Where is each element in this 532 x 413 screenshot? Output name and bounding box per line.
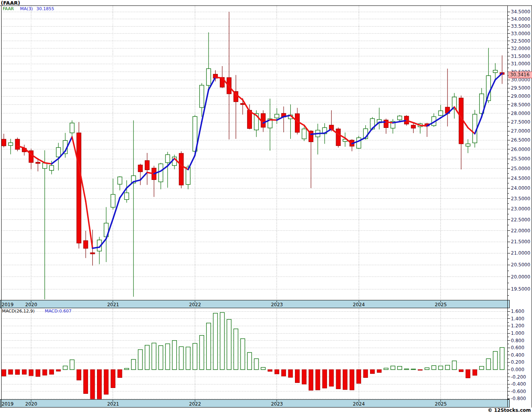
price-tick-label: 22.0000 [511,228,530,233]
macd-bar-positive [159,346,163,370]
macd-bar-negative [268,370,272,372]
macd-bar-negative [459,370,463,372]
macd-bar-positive [254,359,259,370]
macd-bar-negative [336,370,340,389]
macd-bar-negative [309,370,313,390]
macd-bar-positive [432,366,436,370]
candle-body [384,120,388,127]
macd-tick-label: 0.800 [511,338,524,343]
year-label: 2024 [353,302,365,307]
macd-bar-negative [22,370,27,374]
macd-bar-negative [343,370,347,390]
candle-body [70,123,74,133]
ma-line-segment [270,120,277,120]
macd-bar-negative [56,370,61,371]
candle-body [302,129,306,139]
macd-bar-positive [404,369,409,370]
macd-bar-positive [480,366,484,370]
candle-body [49,165,54,170]
price-tick-label: 31.5000 [511,54,530,59]
macd-bar-negative [377,370,381,372]
price-tick-label: 24.0000 [511,185,530,191]
chart-page: { "title": "(FAAR)", "main_chart": { "le… [0,0,532,413]
macd-bar-positive [138,350,142,370]
macd-bar-negative [84,370,88,393]
macd-bar-positive [261,367,265,370]
price-tick-label: 25.5000 [511,156,530,162]
macd-bar-positive [452,361,457,370]
candle-body [493,70,498,73]
price-tick-label: 21.5000 [511,239,530,244]
price-tick-label: 23.0000 [511,206,530,212]
macd-bar-negative [15,370,20,375]
year-label: 2025 [435,302,447,307]
macd-bar-positive [391,366,395,370]
price-tick-label: 28.5000 [511,102,530,108]
macd-bar-negative [316,370,320,390]
candle-body [275,114,279,118]
candle-body [9,143,13,145]
year-label: 2025 [435,401,447,407]
year-label: 2023 [271,302,283,307]
macd-bar-negative [357,370,361,383]
macd-bar-positive [165,344,170,370]
macd-bar-positive [152,343,156,370]
macd-bar-negative [111,370,115,388]
candle-body [336,129,340,146]
candle-body [36,162,40,163]
ma-line-segment [127,182,133,188]
price-tick-label: 32.5000 [511,38,530,44]
price-tick-label: 29.0000 [511,93,530,99]
macd-bar-positive [200,336,204,370]
ma-line-segment [386,122,393,123]
ma-line-segment [140,172,147,180]
macd-bar-positive [124,368,129,370]
macd-bar-negative [302,370,306,384]
macd-bar-negative [473,370,477,375]
candle-body [124,193,129,199]
price-tick-label: 19.5000 [511,286,530,292]
macd-bar-positive [486,359,491,370]
macd-bar-positive [397,366,402,370]
price-tick-label: 31.0000 [511,61,530,66]
ma-line-segment [420,125,427,126]
macd-bar-positive [207,323,211,370]
macd-bar-negative [118,370,122,377]
macd-bar-negative [43,370,47,375]
ma-line-segment [311,134,318,135]
price-tick-label: 34.0000 [511,16,530,22]
candle-body [77,133,81,243]
macd-bar-negative [36,370,40,377]
ma-label: MA(3) [20,6,33,11]
price-tick-label: 28.0000 [511,111,530,116]
macd-bar-positive [172,341,176,370]
ma-line-segment [52,159,58,164]
price-tick-label: 27.5000 [511,119,530,125]
year-band-bottom [0,400,510,408]
macd-tick-label: 0.600 [511,345,524,350]
candle-body [145,161,149,170]
year-label: 2021 [107,302,119,307]
macd-bar-negative [418,370,422,370]
candle-body [43,163,47,169]
candle-body [90,253,95,254]
candle-body [159,164,163,182]
macd-tick-label: -0.800 [511,396,526,401]
candle-body [439,111,443,115]
price-tick-label: 24.5000 [511,176,530,181]
macd-params-label: MACD(26,12,9) [2,309,35,314]
macd-bar-negative [29,370,33,376]
macd-bar-negative [282,370,286,376]
year-label: 2019 [2,401,14,407]
macd-bar-positive [247,352,252,370]
price-tick-label: 33.5000 [511,23,530,29]
macd-bar-negative [77,370,81,380]
year-label: 2020 [25,401,38,407]
candle-body [56,147,61,157]
macd-tick-label: -0.200 [511,374,526,380]
macd-bar-positive [411,369,415,370]
macd-bar-positive [145,345,149,370]
macd-bar-negative [329,370,334,386]
macd-value-label: MACD:0.607 [45,309,72,314]
macd-bar-positive [439,366,443,370]
